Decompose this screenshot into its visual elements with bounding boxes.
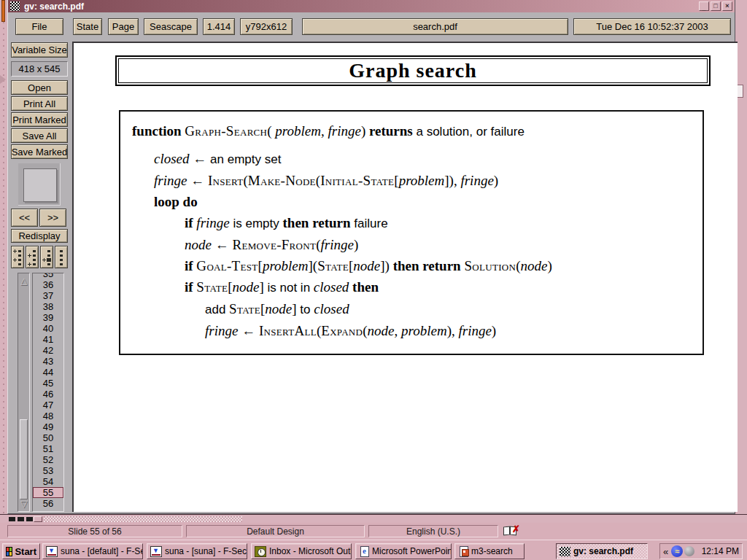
toggle-marks-button-1[interactable] — [11, 246, 24, 268]
magnification-button[interactable]: 1.414 — [203, 18, 235, 35]
maximize-button[interactable]: □ — [711, 1, 721, 11]
mark-pattern-icon — [28, 249, 36, 266]
page-locator-inner — [23, 168, 57, 202]
task-button-powerpoint[interactable]: Microsoft PowerPoint... — [355, 543, 452, 559]
media-size-button[interactable]: y792x612 — [240, 18, 293, 35]
desktop: gv: search.pdf _ □ × File State Page Sea… — [0, 0, 747, 560]
page-list-item[interactable]: 42 — [33, 345, 63, 356]
code-line: closed ← an empty set — [120, 148, 703, 170]
save-marked-button[interactable]: Save Marked — [11, 144, 68, 159]
prev-page-button[interactable]: << — [11, 209, 38, 227]
code-line: loop do — [120, 191, 703, 212]
page-list-item[interactable]: 53 — [33, 465, 63, 476]
page-list-item[interactable]: 47 — [33, 400, 63, 411]
state-menu-button[interactable]: State — [73, 18, 102, 35]
file-datetime-label: Tue Dec 16 10:52:37 2003 — [573, 18, 731, 35]
page-list-item[interactable]: 36 — [33, 279, 63, 290]
background-window-left-edge — [0, 0, 7, 540]
unmark-all-button[interactable] — [55, 246, 68, 268]
f-secure-tray-icon[interactable]: ≈ — [671, 545, 683, 557]
code-line: if fringe is empty then return failure — [120, 212, 703, 234]
powerpoint-scrollbar-sliver — [0, 514, 747, 523]
close-button[interactable]: × — [722, 1, 732, 11]
slide-title-box: Graph search — [115, 55, 711, 86]
save-all-button[interactable]: Save All — [11, 128, 68, 143]
scroll-down-icon[interactable]: ▽ — [19, 499, 28, 508]
start-label: Start — [15, 546, 36, 557]
task-button-fsecure-suna[interactable]: suna - [suna] - F-Sec... — [147, 543, 247, 559]
spellcheck-status-icon[interactable]: ✗ — [503, 526, 519, 537]
task-button-outlook-inbox[interactable]: Inbox - Microsoft Outl... — [251, 543, 352, 559]
page-list-item[interactable]: 50 — [33, 432, 63, 443]
orange-marker-bar — [1, 0, 5, 22]
slide-title-inner-border: Graph search — [118, 58, 708, 83]
mark-current-page-button[interactable] — [40, 246, 53, 268]
gv-window: gv: search.pdf _ □ × File State Page Sea… — [7, 0, 735, 514]
file-menu-button[interactable]: File — [15, 18, 63, 35]
print-all-button[interactable]: Print All — [11, 96, 68, 111]
variable-size-button[interactable]: Variable Size — [11, 42, 68, 58]
task-label: Microsoft PowerPoint... — [372, 546, 452, 556]
page-list-item[interactable]: 54 — [33, 476, 63, 487]
next-page-button[interactable]: >> — [39, 209, 66, 227]
page-list-item[interactable]: 37 — [33, 290, 63, 301]
ppt-horizontal-scrollbar[interactable] — [44, 516, 242, 522]
orientation-button[interactable]: Seascape — [144, 18, 198, 35]
open-button[interactable]: Open — [11, 80, 68, 95]
ppt-view-button-icon[interactable] — [9, 517, 15, 521]
print-marked-button[interactable]: Print Marked — [11, 112, 68, 127]
spellcheck-x-mark: ✗ — [512, 524, 520, 534]
ppt-view-button-icon[interactable] — [18, 517, 24, 521]
page-list-item[interactable]: 46 — [33, 389, 63, 400]
page-list-item-current[interactable]: 55 — [33, 487, 63, 498]
book-left-page — [503, 526, 510, 536]
page-list-scrollbar[interactable]: △ ▽ — [18, 273, 30, 512]
slide-counter-field: Slide 55 of 56 — [7, 525, 182, 537]
redisplay-button[interactable]: Redisplay — [11, 229, 68, 243]
task-label: gv: search.pdf — [573, 546, 633, 556]
page-menu-button[interactable]: Page — [108, 18, 139, 35]
mark-pattern-icon — [57, 249, 66, 266]
toggle-marks-button-2[interactable] — [26, 246, 39, 268]
design-name-field: Default Design — [186, 525, 365, 537]
page-list-item[interactable]: 45 — [33, 378, 63, 389]
task-button-m3-search[interactable]: m3-search — [454, 543, 525, 559]
page-list-item[interactable]: 44 — [33, 367, 63, 378]
taskbar: Start suna - [default] - F-Se... suna - … — [0, 540, 747, 560]
page-list-item[interactable]: 48 — [33, 411, 63, 421]
page-list-item[interactable]: 51 — [33, 443, 63, 454]
page-list-item[interactable]: 52 — [33, 454, 63, 465]
code-line: fringe ← InsertAll(Expand(node, problem)… — [120, 320, 703, 341]
gv-app-icon — [10, 1, 20, 11]
page-list-item[interactable]: 43 — [33, 356, 63, 367]
page-list-item[interactable]: 56 — [33, 498, 63, 509]
start-button[interactable]: Start — [2, 543, 40, 559]
minimize-button[interactable]: _ — [699, 1, 709, 11]
task-label: Inbox - Microsoft Outl... — [269, 546, 352, 556]
task-button-fsecure-default[interactable]: suna - [default] - F-Se... — [42, 543, 143, 559]
code-line: fringe ← Insert(Make-Node(Initial-State[… — [120, 170, 703, 191]
page-list-item[interactable]: 38 — [33, 301, 63, 312]
titlebar[interactable]: gv: search.pdf _ □ × — [8, 0, 735, 12]
page-list-item[interactable]: 41 — [33, 334, 63, 345]
powerpoint-statusbar: Slide 55 of 56 Default Design English (U… — [0, 523, 747, 540]
volume-tray-icon[interactable] — [684, 546, 694, 556]
page-number-list[interactable]: 35 36 37 38 39 40 41 42 43 44 45 46 47 4… — [32, 273, 64, 512]
page-size-label: 418 x 545 — [11, 61, 68, 77]
page-list-item[interactable]: 49 — [33, 421, 63, 432]
code-line: add State[node] to closed — [120, 298, 703, 320]
scrollbar-thumb[interactable] — [20, 419, 28, 499]
page-locator-thumbnail[interactable] — [18, 163, 61, 206]
document-e-icon — [360, 546, 369, 557]
ppt-view-button-icon[interactable] — [26, 517, 33, 521]
page-list-item[interactable]: 39 — [33, 312, 63, 323]
ppt-scrollbar-button[interactable] — [34, 516, 42, 522]
page-list-item[interactable]: 40 — [33, 323, 63, 334]
page-list-item[interactable]: 35 — [33, 273, 63, 279]
task-button-gv-active[interactable]: gv: search.pdf — [556, 543, 648, 559]
mark-pattern-icon — [13, 249, 22, 266]
task-label: suna - [default] - F-Se... — [61, 546, 143, 556]
tray-expand-chevron[interactable]: « — [663, 546, 668, 557]
pseudocode-box: function Graph-Search( problem, fringe) … — [119, 110, 704, 355]
scroll-up-icon[interactable]: △ — [19, 276, 28, 285]
